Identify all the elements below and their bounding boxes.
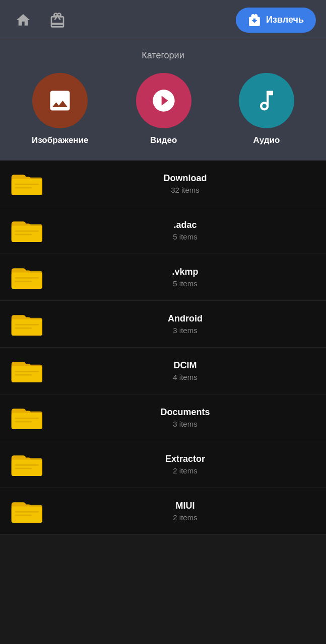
folder-count: 5 items	[173, 279, 197, 288]
folder-item[interactable]: .adac 5 items	[0, 207, 326, 254]
folder-info: Android 3 items	[54, 313, 316, 335]
extract-label: Извлечь	[266, 15, 304, 25]
svg-rect-9	[12, 272, 42, 289]
folder-icon	[10, 357, 44, 385]
folder-name: Extractor	[165, 454, 205, 464]
folder-icon	[10, 216, 44, 245]
image-circle	[32, 73, 88, 128]
categories-section: Категории Изображение Видео	[0, 40, 326, 160]
svg-rect-30	[15, 511, 39, 513]
folder-item[interactable]: Documents 3 items	[0, 394, 326, 441]
svg-rect-29	[12, 506, 42, 523]
folder-icon	[10, 170, 44, 198]
category-video[interactable]: Видео	[136, 73, 191, 145]
svg-rect-19	[15, 374, 32, 376]
folder-info: Extractor 2 items	[54, 454, 316, 475]
folder-icon	[10, 404, 44, 432]
categories-grid: Изображение Видео Аудио	[8, 73, 318, 145]
svg-rect-26	[15, 464, 39, 466]
category-image[interactable]: Изображение	[32, 73, 88, 145]
svg-rect-21	[12, 413, 42, 429]
svg-rect-3	[15, 187, 32, 189]
svg-rect-7	[15, 234, 32, 235]
folder-name: Documents	[160, 407, 210, 418]
folder-count: 5 items	[173, 232, 197, 241]
folder-count: 32 items	[171, 186, 200, 194]
folder-name: DCIM	[174, 360, 197, 371]
svg-rect-31	[15, 515, 32, 516]
folder-info: DCIM 4 items	[54, 360, 316, 381]
svg-rect-6	[15, 230, 39, 232]
svg-rect-17	[12, 366, 42, 382]
folder-item[interactable]: Android 3 items	[0, 301, 326, 348]
folder-item[interactable]: MIUI 2 items	[0, 488, 326, 535]
svg-rect-18	[15, 371, 39, 372]
svg-rect-10	[15, 277, 39, 279]
home-button[interactable]	[10, 7, 36, 33]
folder-name: .adac	[173, 220, 197, 230]
folder-info: Documents 3 items	[54, 407, 316, 428]
folder-icon	[10, 450, 44, 478]
image-label: Изображение	[32, 135, 88, 145]
svg-rect-13	[12, 319, 42, 336]
audio-label: Аудио	[253, 135, 280, 145]
folder-info: .adac 5 items	[54, 220, 316, 241]
folder-count: 2 items	[173, 513, 197, 522]
video-circle	[136, 73, 191, 128]
svg-rect-2	[15, 184, 39, 185]
folder-item[interactable]: DCIM 4 items	[0, 348, 326, 394]
folder-name: .vkmp	[172, 267, 198, 277]
folder-count: 3 items	[173, 420, 197, 428]
svg-rect-25	[12, 459, 42, 476]
archive-button[interactable]	[44, 7, 71, 33]
video-icon	[151, 88, 177, 114]
video-label: Видео	[150, 135, 177, 145]
svg-rect-15	[15, 328, 32, 329]
folder-item[interactable]: Download 32 items	[0, 160, 326, 207]
folder-info: .vkmp 5 items	[54, 267, 316, 288]
extract-button[interactable]: Извлечь	[236, 8, 316, 33]
folder-name: Download	[164, 173, 207, 184]
categories-title: Категории	[8, 50, 318, 61]
svg-rect-14	[15, 324, 39, 326]
folder-icon	[10, 263, 44, 291]
image-icon	[47, 88, 73, 114]
folder-info: Download 32 items	[54, 173, 316, 194]
audio-icon	[253, 88, 280, 114]
folder-icon	[10, 497, 44, 525]
folder-info: MIUI 2 items	[54, 501, 316, 522]
svg-rect-1	[12, 179, 42, 195]
svg-rect-22	[15, 418, 39, 419]
folder-count: 4 items	[173, 373, 197, 381]
folder-name: Android	[168, 313, 203, 324]
folder-item[interactable]: .vkmp 5 items	[0, 254, 326, 301]
folder-list: Download 32 items .adac 5 items	[0, 160, 326, 535]
svg-rect-11	[15, 281, 32, 282]
svg-rect-23	[15, 421, 32, 423]
svg-rect-5	[12, 225, 42, 242]
folder-icon	[10, 310, 44, 338]
category-audio[interactable]: Аудио	[239, 73, 294, 145]
svg-rect-27	[15, 468, 32, 469]
folder-name: MIUI	[176, 501, 195, 511]
folder-item[interactable]: Extractor 2 items	[0, 441, 326, 488]
audio-circle	[239, 73, 294, 128]
folder-count: 3 items	[173, 326, 197, 335]
folder-count: 2 items	[173, 466, 197, 475]
top-bar: Извлечь	[0, 0, 326, 40]
